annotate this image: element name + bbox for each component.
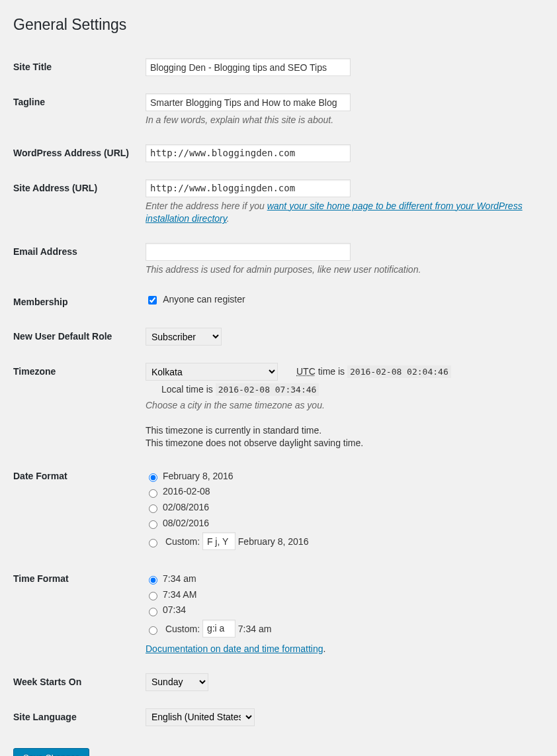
label-timezone: Timezone (13, 354, 146, 458)
site-address-description: Enter the address here if you want your … (146, 200, 537, 226)
timezone-description: Choose a city in the same timezone as yo… (146, 399, 537, 412)
label-site-address: Site Address (URL) (13, 171, 146, 234)
email-input[interactable] (146, 243, 351, 261)
email-description: This address is used for admin purposes,… (146, 263, 537, 277)
time-format-option-1[interactable]: 7:34 AM (146, 589, 537, 602)
date-format-option-3[interactable]: 08/02/2016 (146, 517, 537, 530)
date-format-option-0[interactable]: February 8, 2016 (146, 470, 537, 483)
label-default-role: New User Default Role (13, 319, 146, 354)
page-title: General Settings (13, 13, 544, 36)
date-format-option-2[interactable]: 02/08/2016 (146, 501, 537, 514)
time-format-custom-input[interactable] (202, 620, 236, 638)
timezone-select[interactable]: Kolkata (146, 363, 278, 381)
time-format-group: 7:34 am 7:34 AM 07:34 Custom: 7:34 am (146, 573, 537, 638)
wp-address-input[interactable] (146, 144, 351, 162)
utc-abbr: UTC (296, 366, 316, 377)
date-format-custom-input[interactable] (202, 532, 236, 550)
date-format-custom[interactable]: Custom: February 8, 2016 (146, 532, 537, 550)
site-address-input[interactable] (146, 179, 351, 197)
membership-checkbox[interactable] (148, 296, 157, 305)
utc-time: 2016-02-08 02:04:46 (347, 365, 451, 378)
date-format-group: February 8, 2016 2016-02-08 02/08/2016 0… (146, 470, 537, 550)
time-format-preview: 7:34 am (238, 623, 272, 634)
date-time-doc-link[interactable]: Documentation on date and time formattin… (146, 643, 323, 654)
save-changes-button[interactable]: Save Changes (13, 748, 89, 757)
local-time: 2016-02-08 07:34:46 (216, 383, 320, 396)
default-role-select[interactable]: Subscriber (146, 328, 222, 346)
settings-form: Site Title Tagline In a few words, expla… (13, 50, 544, 735)
time-format-custom[interactable]: Custom: 7:34 am (146, 620, 537, 638)
timezone-row: Kolkata UTC time is 2016-02-08 02:04:46 … (146, 363, 537, 397)
tagline-description: In a few words, explain what this site i… (146, 114, 537, 127)
membership-checkbox-label[interactable]: Anyone can register (146, 294, 245, 305)
label-email: Email Address (13, 234, 146, 285)
label-week-starts: Week Starts On (13, 665, 146, 700)
label-time-format: Time Format (13, 561, 146, 664)
label-site-title: Site Title (13, 50, 146, 85)
date-format-option-1[interactable]: 2016-02-08 (146, 485, 537, 498)
label-tagline: Tagline (13, 85, 146, 136)
date-format-preview: February 8, 2016 (238, 536, 309, 547)
site-title-input[interactable] (146, 58, 351, 76)
timezone-standard-note: This timezone is currently in standard t… (146, 424, 537, 450)
week-starts-select[interactable]: Sunday (146, 673, 208, 691)
site-language-select[interactable]: English (United States) (146, 708, 255, 726)
time-format-option-0[interactable]: 7:34 am (146, 573, 537, 586)
tagline-input[interactable] (146, 93, 351, 111)
label-membership: Membership (13, 285, 146, 319)
label-site-language: Site Language (13, 700, 146, 735)
time-format-option-2[interactable]: 07:34 (146, 604, 537, 617)
label-date-format: Date Format (13, 459, 146, 561)
label-wp-address: WordPress Address (URL) (13, 136, 146, 171)
